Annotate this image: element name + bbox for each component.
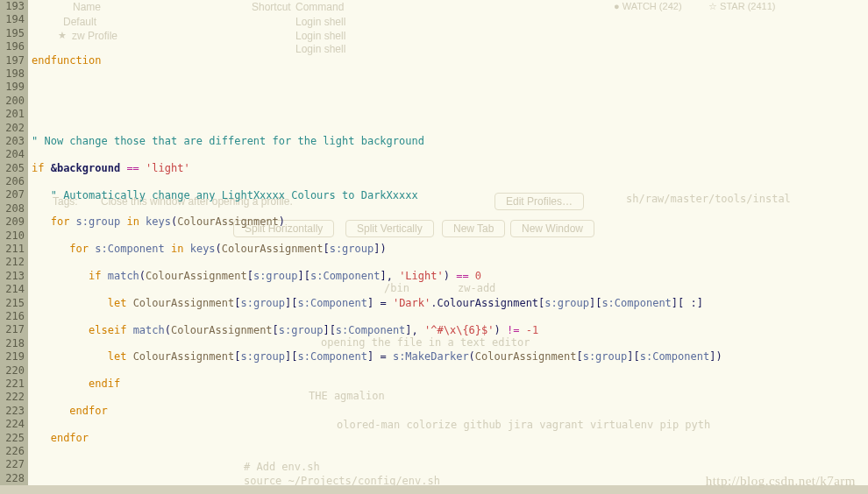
- punct: [: [304, 270, 310, 282]
- op-eq: =: [374, 350, 393, 363]
- id-colour: ColourAssignment: [133, 350, 235, 363]
- punct: [: [323, 243, 329, 255]
- line-number: 215: [2, 297, 25, 310]
- punct: ,: [412, 324, 424, 336]
- id-scomp: s:Component: [310, 270, 380, 282]
- kw-for: for: [51, 215, 70, 228]
- punct: ]: [297, 270, 303, 282]
- op-eqeq: ==: [450, 270, 475, 282]
- punct: (: [469, 350, 475, 363]
- lit-regex: '^#\x\{6}$': [424, 324, 494, 336]
- line-number: 226: [2, 445, 25, 458]
- id-scomp: s:Component: [298, 297, 367, 309]
- line-number: 225: [2, 432, 25, 445]
- id-scomp: s:Component: [95, 243, 164, 255]
- line-number: 198: [2, 67, 25, 81]
- comment: " Now change those that are different fo…: [32, 135, 424, 147]
- lit-dark: 'Dark': [393, 297, 430, 309]
- kw-if: if: [89, 270, 101, 282]
- lit-light: 'Light': [399, 270, 444, 282]
- punct: [: [678, 297, 684, 309]
- id-sgroup: s:group: [583, 350, 628, 363]
- line-number: 227: [2, 458, 25, 471]
- fn-match: match: [108, 270, 139, 282]
- amp-background: &background: [51, 162, 120, 174]
- punct: (: [139, 270, 146, 282]
- punct: [: [576, 350, 582, 363]
- kw-endfor: endfor: [69, 405, 107, 417]
- kw-endfor: endfor: [51, 432, 89, 444]
- line-number: 216: [2, 310, 25, 323]
- line-number: 217: [2, 323, 25, 336]
- line-number: 203: [2, 135, 25, 148]
- punct: [: [273, 324, 279, 336]
- fn-keys: keys: [146, 215, 171, 228]
- line-number: 199: [2, 81, 25, 94]
- comment: " Automatically change any LightXxxxx Co…: [51, 189, 418, 201]
- dot-colour: .ColourAssignment: [430, 297, 538, 309]
- line-number: 212: [2, 256, 25, 269]
- kw-endfunction: endfunction: [32, 54, 101, 67]
- line-number: 220: [2, 364, 25, 378]
- code-editor[interactable]: 1931941951961971981992002012022032042052…: [0, 0, 868, 494]
- kw-let: let: [108, 297, 127, 309]
- op-eqeq: ==: [120, 162, 146, 174]
- kw-if: if: [32, 162, 44, 174]
- punct: ): [279, 215, 285, 228]
- kw-elseif: elseif: [89, 324, 126, 336]
- id-scomp: s:Component: [298, 350, 367, 363]
- id-colour: ColourAssignment: [475, 350, 577, 363]
- lit-light: 'light': [146, 162, 190, 174]
- kw-in: in: [171, 243, 183, 255]
- line-number: 197: [2, 54, 25, 67]
- kw-in: in: [126, 215, 139, 228]
- op-eq: =: [374, 297, 393, 309]
- kw-for: for: [69, 243, 89, 255]
- punct: ]: [405, 324, 411, 336]
- line-number: 213: [2, 270, 25, 283]
- fn-match: match: [133, 324, 165, 336]
- punct: ,: [387, 270, 399, 282]
- line-number: 208: [2, 202, 25, 215]
- fn-makedarker: s:MakeDarker: [393, 350, 469, 363]
- id-sgroup: s:group: [544, 297, 589, 309]
- line-number: 224: [2, 418, 25, 431]
- id-scomp: s:Component: [336, 324, 405, 336]
- line-number: 193: [2, 0, 25, 13]
- punct: :: [691, 297, 697, 309]
- line-number: 222: [2, 391, 25, 404]
- punct: ]: [323, 324, 329, 336]
- punct: (: [216, 243, 222, 255]
- code-area[interactable]: endfunction " Now change those that are …: [28, 0, 868, 494]
- line-number: 209: [2, 215, 25, 229]
- punct: ): [494, 324, 501, 336]
- punct: ]: [697, 297, 703, 309]
- id-sgroup: s:group: [76, 215, 121, 228]
- kw-let: let: [108, 350, 127, 363]
- line-number: 206: [2, 175, 25, 188]
- line-number: 194: [2, 13, 25, 26]
- line-number: 196: [2, 40, 25, 53]
- line-number: 214: [2, 283, 25, 296]
- line-number: 202: [2, 122, 25, 135]
- line-number: 211: [2, 243, 25, 256]
- id-sgroup: s:group: [240, 297, 285, 309]
- line-gutter: 1931941951961971981992002012022032042052…: [0, 0, 28, 494]
- id-scomp: s:Component: [601, 297, 671, 309]
- line-number: 221: [2, 378, 25, 391]
- punct: [: [291, 350, 297, 363]
- line-number: 201: [2, 108, 25, 121]
- punct: ): [715, 350, 722, 363]
- id-colour: ColourAssignment: [146, 270, 247, 282]
- punct: [: [330, 324, 336, 336]
- line-number: 223: [2, 405, 25, 418]
- line-number: 205: [2, 162, 25, 175]
- punct: ): [380, 243, 386, 255]
- punct: [: [291, 297, 297, 309]
- id-colour: ColourAssignment: [171, 324, 273, 336]
- watermark: http://blog.csdn.net/k7arm: [706, 474, 856, 489]
- id-sgroup: s:group: [253, 270, 298, 282]
- punct: (: [165, 324, 171, 336]
- num-zero: 0: [475, 270, 481, 282]
- op-ne: !=: [507, 324, 526, 336]
